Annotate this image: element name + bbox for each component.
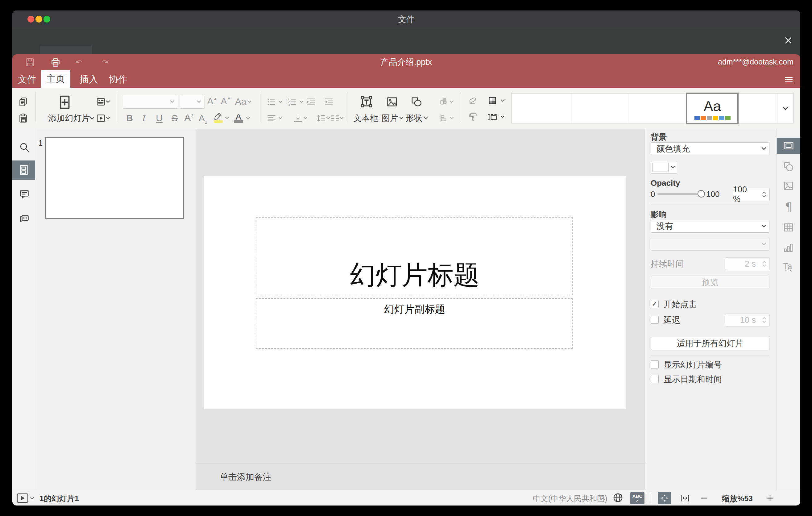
search-icon[interactable] bbox=[19, 142, 30, 153]
tab-home[interactable]: 主页 bbox=[41, 70, 70, 88]
document-language-icon[interactable] bbox=[612, 492, 624, 504]
add-slide-chevron-icon[interactable] bbox=[90, 117, 94, 120]
fit-width-icon[interactable] bbox=[680, 493, 690, 503]
slide-layout-chevron-icon[interactable] bbox=[106, 100, 111, 104]
table-settings-icon[interactable] bbox=[783, 222, 794, 233]
tab-collaboration[interactable]: 协作 bbox=[104, 71, 132, 88]
sidebar-item-slides[interactable] bbox=[12, 161, 35, 180]
tab-slide-settings[interactable] bbox=[777, 138, 800, 154]
language-caret-icon[interactable] bbox=[601, 497, 605, 500]
textbox-button[interactable]: 文本框 bbox=[353, 113, 379, 124]
delay-checkbox[interactable] bbox=[651, 316, 659, 324]
start-slideshow-chevron-icon[interactable] bbox=[106, 117, 111, 120]
close-traffic-light[interactable] bbox=[27, 16, 34, 23]
chat-icon[interactable] bbox=[18, 213, 31, 225]
chart-settings-icon[interactable] bbox=[783, 242, 794, 254]
opacity-spinner-icon[interactable] bbox=[762, 191, 766, 198]
font-size-chevron-icon[interactable] bbox=[197, 100, 201, 104]
minimize-traffic-light[interactable] bbox=[35, 16, 42, 23]
zoom-out-icon[interactable] bbox=[699, 493, 709, 503]
subscript-button[interactable]: A2 bbox=[199, 113, 207, 125]
theme-item-3[interactable] bbox=[628, 93, 686, 123]
line-spacing-icon[interactable] bbox=[316, 113, 326, 123]
effect-select[interactable]: 没有 bbox=[651, 220, 770, 233]
show-slide-number-checkbox[interactable] bbox=[651, 361, 659, 369]
slideshow-chevron-icon[interactable] bbox=[30, 497, 34, 500]
notes-placeholder[interactable]: 单击添加备注 bbox=[220, 471, 271, 483]
print-icon[interactable] bbox=[50, 57, 61, 68]
slide-size-chevron-icon[interactable] bbox=[500, 115, 505, 118]
spellcheck-button[interactable]: ABC ✓ bbox=[630, 492, 644, 504]
increase-font-icon[interactable]: A▲ bbox=[207, 96, 218, 107]
highlight-color-icon[interactable] bbox=[213, 111, 223, 121]
fill-color-icon[interactable] bbox=[487, 95, 498, 106]
zoom-traffic-light[interactable] bbox=[44, 16, 50, 23]
vertical-align-chevron-icon[interactable] bbox=[303, 117, 308, 120]
shape-icon[interactable] bbox=[410, 95, 423, 108]
slide-subtitle-text[interactable]: 幻灯片副标题 bbox=[384, 303, 445, 316]
align-shapes-icon[interactable] bbox=[438, 113, 448, 123]
start-slideshow-statusbar-button[interactable] bbox=[17, 493, 28, 503]
superscript-button[interactable]: A2 bbox=[184, 112, 193, 123]
theme-item-5[interactable] bbox=[738, 93, 777, 123]
undo-icon[interactable] bbox=[74, 58, 85, 68]
paste-icon[interactable] bbox=[18, 113, 28, 123]
image-button[interactable]: 图片 bbox=[382, 113, 398, 124]
start-on-click-checkbox[interactable]: ✓ bbox=[651, 300, 659, 308]
copy-style-icon[interactable] bbox=[468, 111, 478, 122]
opacity-slider-thumb[interactable] bbox=[698, 190, 705, 198]
change-case-chevron-icon[interactable] bbox=[247, 100, 252, 104]
font-color-chevron-icon[interactable] bbox=[246, 117, 251, 120]
shape-button[interactable]: 形状 bbox=[406, 113, 422, 124]
image-chevron-icon[interactable] bbox=[399, 117, 404, 120]
start-slideshow-icon[interactable] bbox=[96, 113, 106, 123]
italic-button[interactable]: I bbox=[142, 113, 145, 123]
paragraph-settings-icon[interactable]: ¶ bbox=[786, 199, 791, 213]
bullet-list-chevron-icon[interactable] bbox=[278, 100, 283, 104]
theme-item-selected[interactable]: Aa bbox=[686, 93, 738, 124]
clear-style-icon[interactable] bbox=[467, 95, 478, 106]
slide-canvas[interactable]: 幻灯片标题 幻灯片副标题 bbox=[204, 176, 626, 409]
arrange-chevron-icon[interactable] bbox=[450, 100, 454, 104]
horizontal-align-icon[interactable] bbox=[266, 113, 277, 123]
shape-chevron-icon[interactable] bbox=[424, 117, 428, 120]
shape-settings-icon[interactable] bbox=[783, 161, 794, 173]
copy-icon[interactable] bbox=[18, 96, 28, 107]
redo-icon[interactable] bbox=[99, 58, 110, 68]
highlight-chevron-icon[interactable] bbox=[225, 117, 230, 120]
notes-divider[interactable] bbox=[196, 463, 645, 464]
horizontal-align-chevron-icon[interactable] bbox=[278, 117, 283, 120]
theme-gallery-expand[interactable] bbox=[777, 93, 794, 123]
menu-icon[interactable] bbox=[784, 75, 794, 85]
numbered-list-chevron-icon[interactable] bbox=[299, 100, 304, 104]
strikethrough-button[interactable]: S bbox=[172, 113, 178, 123]
tab-insert[interactable]: 插入 bbox=[75, 71, 103, 88]
textbox-icon[interactable] bbox=[359, 95, 374, 109]
opacity-input[interactable]: 100 % bbox=[733, 188, 770, 201]
slide-size-icon[interactable] bbox=[487, 112, 498, 122]
bold-button[interactable]: B bbox=[126, 113, 133, 123]
underline-button[interactable]: U bbox=[156, 113, 163, 123]
arrange-icon[interactable] bbox=[438, 96, 449, 107]
bullet-list-icon[interactable] bbox=[266, 96, 277, 107]
decrease-font-icon[interactable]: A▼ bbox=[221, 96, 231, 107]
font-name-chevron-icon[interactable] bbox=[170, 100, 175, 104]
fill-color-chevron-icon[interactable] bbox=[500, 99, 505, 102]
image-icon[interactable] bbox=[386, 95, 399, 108]
comments-icon[interactable] bbox=[18, 188, 31, 200]
slide-title-text[interactable]: 幻灯片标题 bbox=[350, 258, 480, 293]
opacity-slider-track[interactable] bbox=[658, 193, 698, 195]
fit-slide-button[interactable] bbox=[658, 492, 671, 504]
change-case-button[interactable]: Aa bbox=[235, 96, 246, 107]
theme-item-2[interactable] bbox=[571, 93, 628, 123]
slide-thumbnail[interactable] bbox=[45, 137, 184, 219]
fill-type-select[interactable]: 颜色填充 bbox=[651, 142, 770, 155]
vertical-align-icon[interactable] bbox=[293, 113, 303, 123]
close-icon[interactable] bbox=[784, 36, 793, 45]
columns-icon[interactable] bbox=[330, 113, 340, 123]
add-slide-icon[interactable] bbox=[57, 95, 72, 110]
language-selector[interactable]: 中文(中华人民共和国) bbox=[533, 493, 607, 504]
textart-settings-icon[interactable]: Ta bbox=[782, 260, 795, 273]
zoom-level[interactable]: 缩放%53 bbox=[722, 493, 753, 504]
align-shapes-chevron-icon[interactable] bbox=[450, 117, 454, 120]
